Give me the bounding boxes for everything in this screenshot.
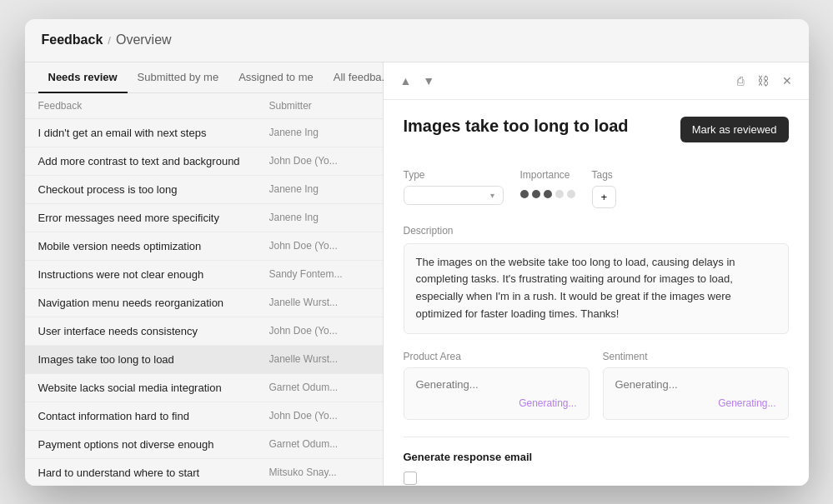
importance-dots[interactable]	[520, 186, 575, 202]
sentiment-generating: Generating...	[615, 378, 776, 391]
divider-1	[404, 437, 789, 437]
table-row[interactable]: Website lacks social media integration G…	[25, 374, 383, 402]
close-icon: ✕	[782, 74, 792, 87]
table-row[interactable]: Checkout process is too long Janene Ing	[25, 176, 383, 204]
fields-row-top: Type ▾ Importance	[404, 169, 789, 208]
table-row[interactable]: User interface needs consistency John Do…	[25, 317, 383, 346]
detail-topbar: ▲ ▼ ⎙ ⛓ ✕	[384, 62, 809, 100]
table-row[interactable]: Hard to understand where to start Mitsuk…	[25, 459, 383, 486]
print-icon: ⎙	[737, 74, 744, 87]
table-body: I didn't get an email with next steps Ja…	[25, 119, 383, 486]
app-window: Feedback / Overview Needs review Submitt…	[25, 19, 809, 486]
main-content: Needs review Submitted by me Assigned to…	[25, 62, 809, 486]
detail-actions: ⎙ ⛓ ✕	[734, 71, 795, 91]
mark-reviewed-button[interactable]: Mark as reviewed	[680, 117, 789, 142]
product-area-label: Product Area	[404, 351, 590, 362]
dot-2	[532, 190, 540, 198]
generate-email-section: Generate response email	[404, 451, 789, 485]
type-select[interactable]: ▾	[404, 186, 504, 205]
dot-4	[555, 190, 564, 198]
table-row[interactable]: Mobile version needs optimization John D…	[25, 232, 383, 261]
dot-1	[520, 190, 529, 198]
description-text: The images on the website take too long …	[404, 243, 789, 334]
close-button[interactable]: ✕	[779, 71, 795, 91]
generate-email-checkbox	[404, 472, 789, 485]
product-area-footer: Generating...	[416, 397, 577, 409]
tab-assigned-to-me[interactable]: Assigned to me	[228, 62, 324, 93]
sentiment-box: Generating... Generating...	[603, 367, 789, 420]
tags-label: Tags	[592, 169, 617, 181]
table-row[interactable]: Images take too long to load Janelle Wur…	[25, 346, 383, 374]
product-area-box: Generating... Generating...	[404, 367, 590, 420]
table-row[interactable]: Contact information hard to find John Do…	[25, 402, 383, 431]
tab-submitted-by-me[interactable]: Submitted by me	[128, 62, 229, 93]
link-button[interactable]: ⛓	[754, 71, 772, 91]
col-header-submitter: Submitter	[269, 100, 369, 112]
nav-up-button[interactable]: ▲	[397, 72, 415, 89]
generate-email-checkbox-input[interactable]	[404, 472, 417, 485]
table-row[interactable]: Error messages need more specificity Jan…	[25, 204, 383, 232]
field-type: Type ▾	[404, 169, 504, 208]
title-separator: /	[108, 34, 111, 47]
sentiment-label: Sentiment	[603, 351, 789, 362]
importance-label: Importance	[520, 169, 575, 181]
link-icon: ⛓	[757, 74, 769, 87]
left-panel: Needs review Submitted by me Assigned to…	[25, 62, 384, 486]
table-row[interactable]: I didn't get an email with next steps Ja…	[25, 119, 383, 147]
table-row[interactable]: Payment options not diverse enough Garne…	[25, 431, 383, 459]
app-title: Feedback	[42, 32, 103, 47]
detail-nav: ▲ ▼	[397, 72, 439, 89]
two-col-fields: Product Area Generating... Generating...…	[404, 351, 789, 420]
dot-3	[544, 190, 552, 198]
detail-title: Images take too long to load	[404, 117, 629, 136]
right-panel: ▲ ▼ ⎙ ⛓ ✕ Images t	[384, 62, 809, 486]
table-header: Feedback Submitter	[25, 93, 383, 119]
generate-email-label: Generate response email	[404, 451, 789, 463]
field-tags: Tags +	[592, 169, 617, 208]
description-label: Description	[404, 225, 789, 237]
sentiment-footer: Generating...	[615, 397, 776, 409]
col-header-feedback: Feedback	[38, 100, 269, 112]
nav-down-button[interactable]: ▼	[419, 72, 438, 89]
table-row[interactable]: Navigation menu needs reorganization Jan…	[25, 289, 383, 317]
titlebar: Feedback / Overview	[25, 19, 809, 62]
table-row[interactable]: Add more contrast to text and background…	[25, 147, 383, 176]
add-tag-button[interactable]: +	[592, 186, 617, 208]
table-row[interactable]: Instructions were not clear enough Sandy…	[25, 261, 383, 289]
field-sentiment: Sentiment Generating... Generating...	[603, 351, 789, 420]
print-button[interactable]: ⎙	[734, 71, 747, 91]
chevron-down-icon: ▾	[490, 191, 494, 200]
type-label: Type	[404, 169, 504, 181]
tab-needs-review[interactable]: Needs review	[38, 62, 128, 93]
description-section: Description The images on the website ta…	[404, 225, 789, 334]
plus-icon: +	[601, 191, 608, 203]
dot-5	[567, 190, 575, 198]
tab-bar: Needs review Submitted by me Assigned to…	[25, 62, 383, 93]
app-subtitle: Overview	[116, 32, 172, 47]
field-importance: Importance	[520, 169, 575, 208]
detail-body: Images take too long to load Mark as rev…	[384, 100, 809, 486]
field-product-area: Product Area Generating... Generating...	[404, 351, 590, 420]
product-area-generating: Generating...	[416, 378, 577, 391]
